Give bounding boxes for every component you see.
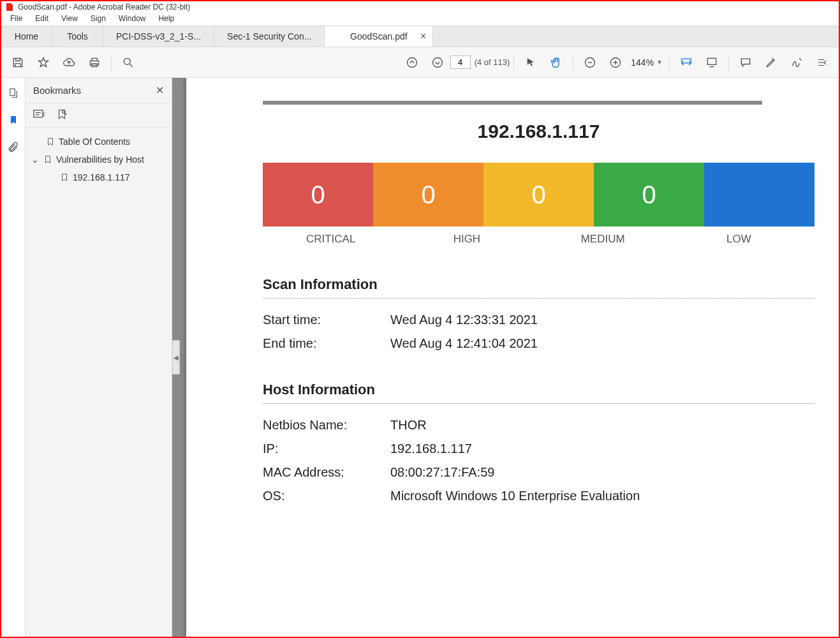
zoom-out-icon[interactable] [577, 50, 603, 75]
kv-value: Wed Aug 4 12:33:31 2021 [390, 313, 538, 327]
tab-home[interactable]: Home [1, 26, 52, 47]
tab-strip: Home Tools PCI-DSS-v3_2_1-S... Sec-1 Sec… [1, 26, 839, 47]
thumbnails-icon[interactable] [4, 84, 22, 102]
main-area: Bookmarks ✕ Table Of Contents ⌄ Vulnerab… [1, 78, 839, 637]
kv-value: THOR [390, 418, 427, 433]
menu-edit[interactable]: Edit [29, 13, 55, 24]
bookmark-item[interactable]: ⌄ Vulnerabilities by Host [29, 151, 168, 168]
section-scan-info: Scan Information [263, 276, 814, 299]
bookmarks-icon[interactable] [4, 111, 22, 129]
sign-icon[interactable] [784, 50, 809, 75]
menu-help[interactable]: Help [152, 13, 181, 24]
close-icon[interactable]: × [420, 31, 426, 42]
comment-icon[interactable] [733, 50, 758, 75]
fit-page-icon[interactable] [699, 50, 725, 75]
kv-row: Start time:Wed Aug 4 12:33:31 2021 [263, 313, 814, 327]
zoom-in-icon[interactable] [603, 50, 628, 75]
acrobat-icon [5, 3, 14, 11]
severity-high: 0 [373, 163, 483, 226]
severity-low: 0 [594, 163, 704, 226]
kv-key: Netbios Name: [263, 418, 390, 433]
chevron-down-icon: ▼ [656, 59, 663, 66]
attachments-icon[interactable] [4, 138, 22, 156]
kv-row: End time:Wed Aug 4 12:41:04 2021 [263, 336, 814, 351]
bookmark-glyph-icon [43, 154, 52, 165]
kv-value: 192.168.1.117 [390, 441, 472, 456]
kv-key: OS: [263, 489, 390, 503]
doc-tab-0[interactable]: PCI-DSS-v3_2_1-S... [103, 26, 214, 47]
page-number-input[interactable] [450, 56, 471, 69]
svg-point-1 [124, 58, 130, 64]
svg-rect-8 [34, 110, 43, 117]
print-icon[interactable] [82, 50, 107, 75]
menu-sign[interactable]: Sign [84, 13, 112, 24]
bookmark-glyph-icon [60, 172, 69, 182]
menu-file[interactable]: File [4, 13, 29, 24]
kv-key: IP: [263, 441, 390, 456]
more-tools-icon[interactable] [809, 50, 835, 75]
document-viewport[interactable]: ◀ 192.168.1.117 0 0 0 0 CRITICAL HIGH [172, 78, 839, 637]
bookmark-label: Table Of Contents [59, 137, 130, 147]
severity-bar: 0 0 0 0 [263, 163, 814, 226]
kv-key: MAC Address: [263, 465, 390, 480]
doc-tab-2[interactable]: GoodScan.pdf × [325, 26, 433, 47]
bookmark-item[interactable]: Table Of Contents [29, 133, 168, 151]
menu-view[interactable]: View [55, 13, 84, 24]
find-icon[interactable] [115, 50, 141, 75]
panel-collapse-handle[interactable]: ◀ [172, 340, 180, 375]
tab-tools[interactable]: Tools [52, 26, 103, 47]
left-rail [1, 78, 26, 637]
bookmark-glyph-icon [46, 137, 55, 147]
svg-point-2 [407, 57, 416, 67]
hand-tool-icon[interactable] [543, 50, 569, 75]
window-title: GoodScan.pdf - Adobe Acrobat Reader DC (… [18, 3, 190, 11]
cloud-upload-icon[interactable] [56, 50, 82, 75]
section-host-info: Host Information [263, 382, 814, 404]
severity-label: MEDIUM [535, 226, 671, 246]
doc-tab-1[interactable]: Sec-1 Security Con... [214, 26, 325, 47]
page-up-icon[interactable] [399, 50, 425, 75]
doc-tab-label: PCI-DSS-v3_2_1-S... [116, 31, 201, 41]
menu-window[interactable]: Window [112, 13, 152, 24]
bookmarks-panel: Bookmarks ✕ Table Of Contents ⌄ Vulnerab… [26, 78, 172, 637]
zoom-select[interactable]: 144% ▼ [628, 56, 665, 69]
bookmark-item[interactable]: 192.168.1.117 [29, 168, 168, 186]
kv-row: MAC Address:08:00:27:17:FA:59 [263, 465, 814, 480]
bookmark-tree: Table Of Contents ⌄ Vulnerabilities by H… [26, 128, 172, 191]
report-host-title: 192.168.1.117 [263, 121, 814, 142]
bookmark-options-icon[interactable] [33, 109, 47, 121]
page-down-icon[interactable] [425, 50, 450, 75]
severity-label: HIGH [399, 226, 534, 246]
svg-point-3 [432, 57, 442, 67]
bookmark-label: 192.168.1.117 [73, 172, 130, 182]
kv-row: Netbios Name:THOR [263, 418, 814, 433]
doc-tab-label: GoodScan.pdf [350, 31, 408, 41]
fit-width-icon[interactable] [674, 50, 699, 75]
zoom-label: 144% [631, 57, 654, 68]
svg-rect-6 [707, 58, 716, 64]
panel-close-icon[interactable]: ✕ [156, 84, 164, 96]
kv-key: Start time: [263, 313, 390, 327]
chevron-down-icon[interactable]: ⌄ [31, 154, 40, 165]
highlight-icon[interactable] [758, 50, 784, 75]
severity-info [704, 163, 814, 226]
toolbar: (4 of 113) 144% ▼ [1, 47, 839, 78]
doc-tab-label: Sec-1 Security Con... [227, 31, 311, 41]
svg-rect-7 [10, 89, 15, 96]
bookmark-label: Vulnerabilities by Host [56, 154, 144, 165]
severity-label: CRITICAL [263, 226, 399, 246]
star-icon[interactable] [31, 50, 56, 75]
page-divider [263, 101, 762, 105]
save-icon[interactable] [5, 50, 31, 75]
kv-value: Wed Aug 4 12:41:04 2021 [390, 336, 538, 351]
severity-labels: CRITICAL HIGH MEDIUM LOW [263, 226, 814, 246]
kv-row: IP:192.168.1.117 [263, 441, 814, 456]
kv-value: 08:00:27:17:FA:59 [390, 465, 494, 480]
app-frame: GoodScan.pdf - Adobe Acrobat Reader DC (… [0, 0, 840, 638]
selection-tool-icon[interactable] [518, 50, 543, 75]
find-bookmark-icon[interactable] [56, 108, 68, 122]
titlebar: GoodScan.pdf - Adobe Acrobat Reader DC (… [1, 1, 839, 13]
pdf-page: 192.168.1.117 0 0 0 0 CRITICAL HIGH MEDI… [186, 78, 839, 637]
kv-key: End time: [263, 336, 390, 351]
bookmarks-title: Bookmarks [33, 85, 81, 96]
